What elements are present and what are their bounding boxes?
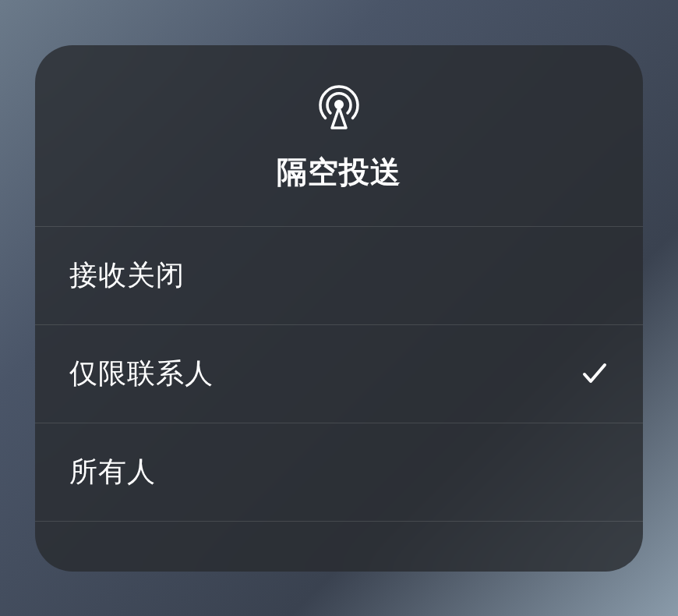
panel-title: 隔空投送 [277, 151, 401, 193]
option-label: 接收关闭 [69, 257, 185, 295]
airdrop-icon [315, 83, 363, 131]
option-label: 所有人 [69, 453, 156, 491]
airdrop-settings-panel: 隔空投送 接收关闭 仅限联系人 所有人 [35, 45, 643, 572]
checkmark-icon [581, 359, 609, 388]
panel-footer [35, 522, 643, 572]
option-list: 接收关闭 仅限联系人 所有人 [35, 227, 643, 522]
panel-header: 隔空投送 [35, 45, 643, 227]
option-contacts-only[interactable]: 仅限联系人 [35, 325, 643, 423]
option-label: 仅限联系人 [69, 355, 214, 393]
option-everyone[interactable]: 所有人 [35, 423, 643, 522]
option-receiving-off[interactable]: 接收关闭 [35, 227, 643, 325]
